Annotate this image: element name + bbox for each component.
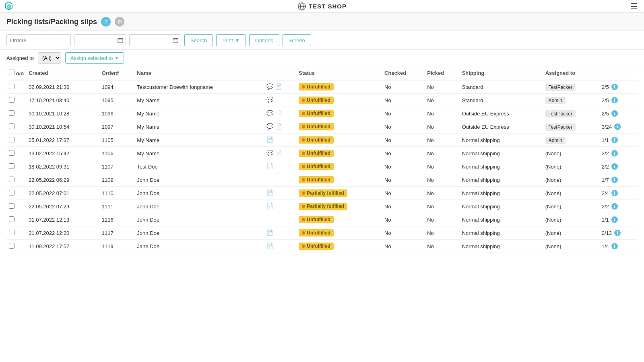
row-checkbox[interactable] xyxy=(9,137,14,142)
document-icon[interactable]: 📄 xyxy=(266,243,273,249)
hamburger-icon[interactable]: ☰ xyxy=(630,2,638,11)
date-to-calendar-btn[interactable] xyxy=(170,35,181,46)
ratio-info-icon[interactable]: i xyxy=(611,203,618,210)
ratio-info-icon[interactable]: i xyxy=(611,163,618,170)
ratio-info-icon[interactable]: i xyxy=(611,97,618,103)
document-icon[interactable]: 📄 xyxy=(266,203,273,209)
assign-selected-button[interactable]: Assign selected to ▼ xyxy=(65,52,124,64)
row-checkbox[interactable] xyxy=(9,203,14,209)
row-order[interactable]: 1111 xyxy=(99,200,135,213)
status-badge: Unfulfilled xyxy=(299,110,334,117)
row-checkbox[interactable] xyxy=(9,216,14,222)
print-button[interactable]: Print ▼ xyxy=(216,34,246,46)
document-icon[interactable]: 📄 xyxy=(275,123,282,130)
document-icon[interactable]: 📄 xyxy=(266,189,273,196)
ratio-info-icon[interactable]: i xyxy=(611,243,618,249)
ratio-info-icon[interactable]: i xyxy=(611,216,618,223)
row-name[interactable]: John Doe xyxy=(134,173,264,187)
document-icon[interactable]: 📄 xyxy=(266,229,273,236)
help-button[interactable]: ? xyxy=(101,17,111,27)
select-all-checkbox[interactable] xyxy=(9,70,14,75)
ratio-info-icon[interactable]: i xyxy=(611,150,618,156)
ratio-info-icon[interactable]: i xyxy=(614,230,621,236)
row-name[interactable]: John Doe xyxy=(134,187,264,200)
date-to-input[interactable]: 05.10.2022 xyxy=(130,35,170,46)
document-icon[interactable]: 📄 xyxy=(266,136,273,143)
row-order[interactable]: 1097 xyxy=(99,120,135,134)
row-name[interactable]: Testcustomer Doewith longname xyxy=(134,80,264,94)
document-icon[interactable]: 📄 xyxy=(275,83,282,90)
row-order[interactable]: 1107 xyxy=(99,160,135,173)
date-from-calendar-btn[interactable] xyxy=(115,35,126,46)
row-checkbox[interactable] xyxy=(9,177,14,182)
row-order[interactable]: 1096 xyxy=(99,107,135,120)
row-order[interactable]: 1106 xyxy=(99,147,135,160)
document-icon[interactable]: 📄 xyxy=(266,163,273,169)
ratio-info-icon[interactable]: i xyxy=(611,84,618,90)
ratio-info-icon[interactable]: i xyxy=(611,177,618,183)
row-status: Unfulfilled xyxy=(296,160,382,173)
col-select-all[interactable]: o/o xyxy=(6,66,26,80)
screen-button[interactable]: Screen xyxy=(283,34,311,46)
date-from-input[interactable]: 10.08.2021 xyxy=(74,35,115,46)
table-row: 17.10.2021 08:401095My Name💬 Unfulfilled… xyxy=(6,94,638,107)
document-icon[interactable]: 📄 xyxy=(275,110,282,116)
row-name[interactable]: Jane Doe xyxy=(134,240,264,253)
row-checkbox[interactable] xyxy=(9,84,14,89)
row-name[interactable]: My Name xyxy=(134,120,264,134)
row-name[interactable]: John Doe xyxy=(134,213,264,226)
row-order[interactable]: 1095 xyxy=(99,94,135,107)
row-shipping: Normal shipping xyxy=(460,147,543,160)
row-checkbox[interactable] xyxy=(9,230,14,235)
print-dropdown-arrow[interactable]: ▼ xyxy=(235,37,240,43)
row-checkbox[interactable] xyxy=(9,110,14,116)
row-name[interactable]: My Name xyxy=(134,94,264,107)
assigned-badge: TestPacker xyxy=(545,84,576,91)
row-order[interactable]: 1094 xyxy=(99,80,135,94)
settings-button[interactable]: ⚙ xyxy=(115,17,124,27)
message-icon[interactable]: 💬 xyxy=(266,97,273,103)
row-checkbox[interactable] xyxy=(9,163,14,169)
row-shipping: Normal shipping xyxy=(460,187,543,200)
row-created: 18.02.2022 09:31 xyxy=(26,160,99,173)
options-button[interactable]: Options xyxy=(249,34,279,46)
assign-selected-label: Assign selected to xyxy=(70,55,113,61)
status-dot xyxy=(302,231,305,234)
row-order[interactable]: 1116 xyxy=(99,213,135,226)
row-order[interactable]: 1119 xyxy=(99,240,135,253)
row-order[interactable]: 1110 xyxy=(99,187,135,200)
row-order[interactable]: 1117 xyxy=(99,226,135,240)
message-icon[interactable]: 💬 xyxy=(266,150,273,156)
status-badge: Unfulfilled xyxy=(299,123,334,130)
row-order[interactable]: 1105 xyxy=(99,134,135,147)
ratio-cell: 2/2 i xyxy=(602,150,635,156)
message-icon[interactable]: 💬 xyxy=(266,83,273,90)
ratio-info-icon[interactable]: i xyxy=(611,137,618,143)
message-icon[interactable]: 💬 xyxy=(266,123,273,130)
row-assigned: TestPacker xyxy=(543,120,599,134)
row-checkbox[interactable] xyxy=(9,97,14,103)
row-name[interactable]: John Doe xyxy=(134,200,264,213)
document-icon[interactable]: 📄 xyxy=(275,150,282,156)
row-order[interactable]: 1109 xyxy=(99,173,135,187)
row-checkbox[interactable] xyxy=(9,150,14,156)
row-icons: 📄 xyxy=(264,200,296,212)
row-checkbox[interactable] xyxy=(9,123,14,129)
row-name[interactable]: Test Doe xyxy=(134,160,264,173)
row-shipping: Outside EU Express xyxy=(460,107,543,120)
row-name[interactable]: My Name xyxy=(134,107,264,120)
row-name[interactable]: My Name xyxy=(134,147,264,160)
row-name[interactable]: My Name xyxy=(134,134,264,147)
order-input[interactable] xyxy=(6,34,71,46)
row-name[interactable]: John Doe xyxy=(134,226,264,240)
ratio-info-icon[interactable]: i xyxy=(614,123,621,130)
row-checkbox[interactable] xyxy=(9,243,14,249)
row-checkbox[interactable] xyxy=(9,190,14,195)
assigned-to-select[interactable]: (All) xyxy=(38,52,61,64)
ratio-info-icon[interactable]: i xyxy=(611,110,618,117)
ratio-info-icon[interactable]: i xyxy=(611,190,618,196)
ratio-value: 1/1 xyxy=(602,217,609,223)
row-checkbox-cell xyxy=(6,226,26,240)
message-icon[interactable]: 💬 xyxy=(266,110,273,116)
search-button[interactable]: Search xyxy=(184,34,213,46)
